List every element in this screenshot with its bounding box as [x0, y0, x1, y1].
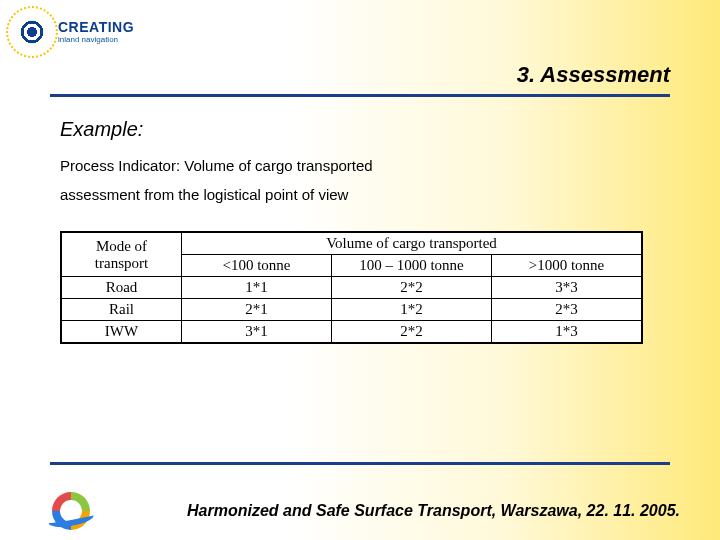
assessment-line: assessment from the logistical point of … — [60, 186, 670, 203]
table-row: Road 1*1 2*2 3*3 — [62, 277, 642, 299]
table-header-col3: >1000 tonne — [492, 255, 642, 277]
cell: 2*2 — [332, 321, 492, 343]
row-name: Rail — [62, 299, 182, 321]
example-label: Example: — [60, 118, 670, 141]
table-row: Rail 2*1 1*2 2*3 — [62, 299, 642, 321]
footer-divider — [50, 462, 670, 465]
cell: 1*2 — [332, 299, 492, 321]
cell: 1*3 — [492, 321, 642, 343]
assessment-table-wrap: Mode of transport Volume of cargo transp… — [60, 231, 643, 344]
indicator-line: Process Indicator: Volume of cargo trans… — [60, 157, 670, 174]
creating-logo-icon — [12, 12, 52, 52]
brand-text: CREATING inland navigation — [58, 20, 134, 44]
table-header-mode: Mode of transport — [62, 233, 182, 277]
brand-word: CREATING — [58, 20, 134, 34]
footer-text: Harmonized and Safe Surface Transport, W… — [187, 502, 680, 520]
cell: 1*1 — [182, 277, 332, 299]
table-header-col2: 100 – 1000 tonne — [332, 255, 492, 277]
table-header-group: Volume of cargo transported — [182, 233, 642, 255]
table-row: IWW 3*1 2*2 1*3 — [62, 321, 642, 343]
cell: 2*1 — [182, 299, 332, 321]
fp6-logo-icon — [50, 490, 92, 532]
footer: Harmonized and Safe Surface Transport, W… — [0, 490, 680, 532]
cell: 3*3 — [492, 277, 642, 299]
brand-subtitle: inland navigation — [58, 36, 134, 44]
page-title: 3. Assessment — [517, 62, 670, 88]
header-divider — [50, 94, 670, 97]
cell: 2*2 — [332, 277, 492, 299]
row-name: IWW — [62, 321, 182, 343]
row-name: Road — [62, 277, 182, 299]
assessment-table: Mode of transport Volume of cargo transp… — [61, 232, 642, 343]
cell: 2*3 — [492, 299, 642, 321]
table-header-col1: <100 tonne — [182, 255, 332, 277]
brand-logo: CREATING inland navigation — [12, 12, 134, 52]
cell: 3*1 — [182, 321, 332, 343]
content-area: Example: Process Indicator: Volume of ca… — [60, 118, 670, 348]
